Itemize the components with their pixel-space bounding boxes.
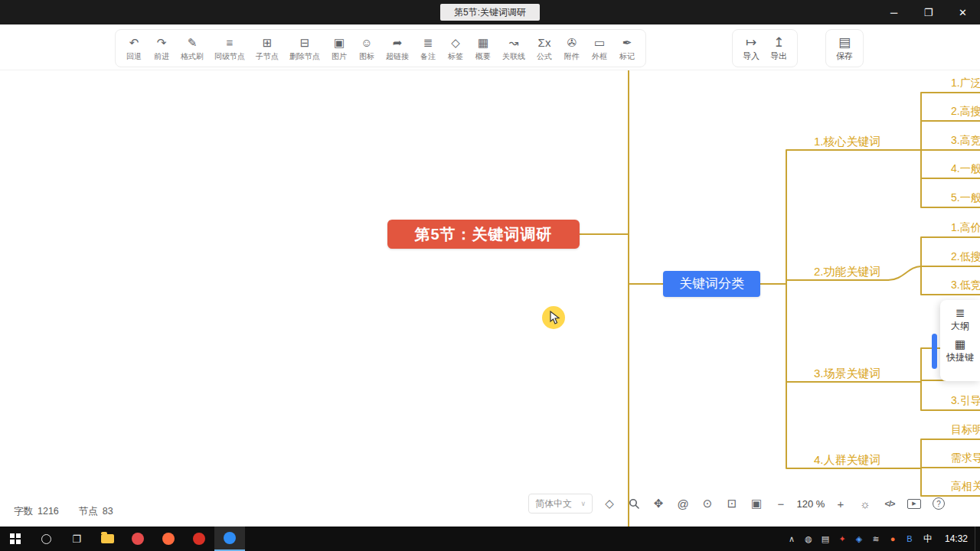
branch-node-scene-keywords[interactable]: 3.场景关键词 <box>814 367 881 381</box>
leaf-node[interactable]: 5.一般 <box>951 191 980 205</box>
pinned-app-1-button[interactable] <box>122 527 153 551</box>
language-select[interactable]: 简体中文 ∨ <box>528 494 593 514</box>
tray-app-icon-3[interactable]: ✦ <box>834 527 851 551</box>
tray-expand-icon[interactable]: ∧ <box>783 527 800 551</box>
tray-app-icon-2[interactable]: ▤ <box>817 527 834 551</box>
export-label: 导出 <box>770 52 787 60</box>
central-topic-node[interactable]: 第5节：关键词调研 <box>387 220 580 249</box>
export-icon: ↥ <box>773 36 784 50</box>
task-view-button[interactable]: ❐ <box>61 527 92 551</box>
word-count: 字数1216 <box>14 505 59 518</box>
title-bar: 第5节:关键词调研 ─ ❐ ✕ <box>0 0 980 24</box>
format-painter-button[interactable]: ✎格式刷 <box>175 36 209 60</box>
image-icon: ▣ <box>334 36 345 50</box>
icon-button[interactable]: ☺图标 <box>353 36 381 60</box>
outer-frame-label: 外框 <box>592 52 607 60</box>
sibling-node-button[interactable]: ≡同级节点 <box>209 36 250 60</box>
toolbar-main-group: ↶回退 ↷前进 ✎格式刷 ≡同级节点 ⊞子节点 ⊟删除节点 ▣图片 ☺图标 ➦超… <box>115 29 646 67</box>
hand-drag-button[interactable]: ✥ <box>646 493 671 514</box>
pinned-app-2-button[interactable] <box>153 527 184 551</box>
zoom-in-button[interactable]: + <box>828 493 853 514</box>
mark-button[interactable]: ✒标记 <box>613 36 641 60</box>
tray-app-icon-5[interactable]: ≋ <box>867 527 884 551</box>
leaf-node[interactable]: 需求导 <box>951 452 980 465</box>
close-button[interactable]: ✕ <box>946 0 980 24</box>
tag-button[interactable]: ◇标签 <box>442 36 469 60</box>
document-stats: 字数1216 节点83 <box>14 505 113 518</box>
app-icon-blue-active <box>224 532 236 544</box>
taskbar-search-button[interactable] <box>31 527 61 551</box>
app-icon-darkred <box>193 533 205 545</box>
view-mode-button[interactable]: ⊙ <box>695 493 720 514</box>
select-box-button[interactable]: ⊡ <box>720 493 744 514</box>
leaf-node[interactable]: 2.低搜 <box>951 250 980 264</box>
side-panel: ≣ 大纲 ▦ 快捷键 <box>940 300 980 381</box>
outer-frame-button[interactable]: ▭外框 <box>586 36 613 60</box>
ime-indicator[interactable]: 中 <box>918 533 938 546</box>
snapshot-button[interactable]: ▣ <box>744 493 769 514</box>
leaf-node[interactable]: 3.低竞 <box>951 279 980 292</box>
minimize-button[interactable]: ─ <box>877 0 911 24</box>
branch-node-audience-keywords[interactable]: 4.人群关键词 <box>814 453 881 468</box>
summary-button[interactable]: ▦概要 <box>469 36 497 60</box>
leaf-node[interactable]: 高相关 <box>951 480 980 494</box>
outline-button[interactable]: ≣ 大纲 <box>940 307 980 331</box>
delete-node-button[interactable]: ⊟删除节点 <box>284 36 325 60</box>
show-desktop-button[interactable] <box>975 527 980 551</box>
save-button[interactable]: ▤保存 <box>831 36 858 60</box>
hyperlink-button[interactable]: ➦超链接 <box>381 36 414 60</box>
branch-node-function-keywords[interactable]: 2.功能关键词 <box>814 265 881 279</box>
category-topic-node[interactable]: 关键词分类 <box>663 271 760 297</box>
start-button[interactable] <box>0 527 31 551</box>
center-view-button[interactable]: ◇ <box>597 493 622 514</box>
export-button[interactable]: ↥导出 <box>765 36 792 60</box>
leaf-node[interactable]: 1.高价 <box>951 221 980 235</box>
brightness-button[interactable]: ☼ <box>853 493 877 514</box>
maximize-button[interactable]: ❐ <box>911 0 946 24</box>
tray-app-icon-4[interactable]: ◈ <box>851 527 867 551</box>
attachment-button[interactable]: ✇附件 <box>558 36 586 60</box>
search-button[interactable] <box>622 493 646 514</box>
leaf-node[interactable]: 目标明 <box>951 423 980 437</box>
app-icon-red <box>132 533 144 545</box>
taskbar-clock[interactable]: 14:32 <box>938 533 975 544</box>
branch-node-core-keywords[interactable]: 1.核心关键词 <box>814 135 881 149</box>
summary-icon: ▦ <box>478 36 488 50</box>
note-button[interactable]: ≣备注 <box>414 36 442 60</box>
sibling-node-label: 同级节点 <box>214 52 245 60</box>
file-explorer-button[interactable] <box>92 527 122 551</box>
image-label: 图片 <box>332 52 347 60</box>
presentation-button[interactable]: ▶ <box>902 493 926 514</box>
note-icon: ≣ <box>423 36 433 50</box>
leaf-node[interactable]: 2.高搜 <box>951 105 980 119</box>
active-app-button[interactable] <box>214 527 245 551</box>
shortcut-keys-button[interactable]: ▦ 快捷键 <box>940 338 980 363</box>
code-view-button[interactable]: </> <box>877 493 902 514</box>
comment-button[interactable]: @ <box>671 493 695 514</box>
help-button[interactable]: ? <box>926 493 951 514</box>
panel-handle[interactable] <box>932 334 937 369</box>
outline-label: 大纲 <box>951 321 969 331</box>
redo-button[interactable]: ↷前进 <box>148 36 175 60</box>
tray-app-icon-1[interactable]: ◍ <box>800 527 817 551</box>
undo-icon: ↶ <box>129 36 139 50</box>
leaf-node[interactable]: 3.引导 <box>951 394 980 408</box>
format-painter-label: 格式刷 <box>181 52 204 60</box>
import-button[interactable]: ↦导入 <box>737 36 765 60</box>
app-window: 第5节:关键词调研 ─ ❐ ✕ ↶回退 ↷前进 ✎格式刷 ≡同级节点 ⊞子节点 … <box>0 0 980 551</box>
pinned-app-3-button[interactable] <box>184 527 214 551</box>
leaf-node[interactable]: 4.一般 <box>951 162 980 176</box>
formula-button[interactable]: Σx公式 <box>531 36 558 60</box>
tray-app-icon-6[interactable]: ● <box>884 527 901 551</box>
relation-line-button[interactable]: ↝关联线 <box>497 36 531 60</box>
tray-app-icon-7[interactable]: B <box>901 527 918 551</box>
image-button[interactable]: ▣图片 <box>325 36 353 60</box>
zoom-out-button[interactable]: − <box>769 493 793 514</box>
icon-label: 图标 <box>359 52 374 60</box>
leaf-node[interactable]: 1.广泛 <box>951 77 980 90</box>
child-node-button[interactable]: ⊞子节点 <box>250 36 284 60</box>
leaf-node[interactable]: 3.高竞 <box>951 134 980 148</box>
undo-button[interactable]: ↶回退 <box>120 36 148 60</box>
formula-label: 公式 <box>537 52 552 60</box>
zoom-level: 120 % <box>793 498 828 510</box>
